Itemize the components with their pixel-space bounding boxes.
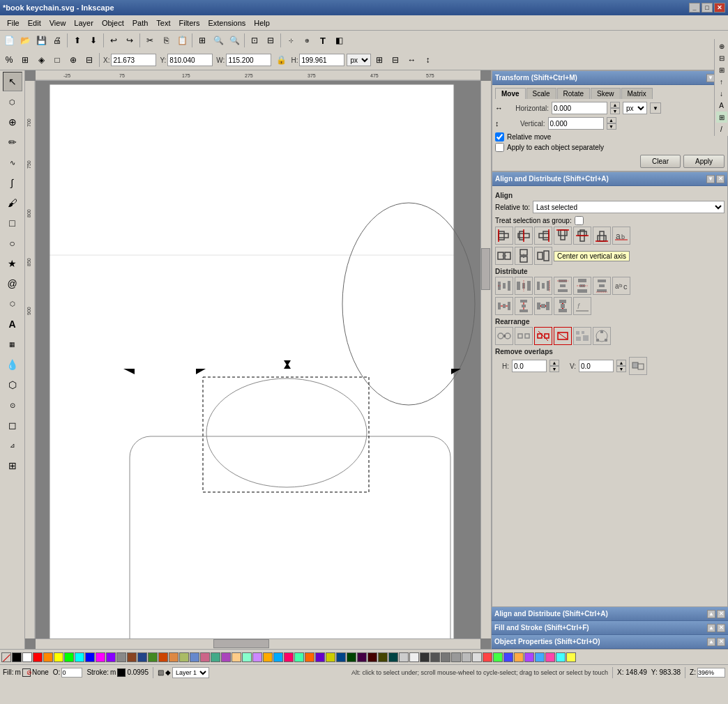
palette-black[interactable]: [12, 652, 22, 662]
obj-props-collapsed[interactable]: Object Properties (Shift+Ctrl+O) ▲ ✕: [492, 635, 728, 649]
lock-aspect[interactable]: 🔒: [273, 52, 289, 68]
menu-extensions[interactable]: Extensions: [204, 17, 250, 29]
palette-silver[interactable]: [409, 652, 419, 662]
horizontal-spin-up[interactable]: ▲: [610, 102, 620, 108]
collapsed-align-expand[interactable]: ▲: [707, 610, 715, 618]
rearrange-err2[interactable]: [554, 327, 572, 345]
rect-tool[interactable]: □: [3, 213, 22, 233]
palette-darkred[interactable]: [367, 652, 377, 662]
close-button[interactable]: ✕: [714, 3, 725, 13]
palette-medgray[interactable]: [441, 652, 450, 662]
treat-group-checkbox[interactable]: [575, 216, 584, 225]
paint-tool[interactable]: 🖌: [3, 193, 22, 213]
menu-layer[interactable]: Layer: [70, 17, 98, 29]
transform-x-btn[interactable]: ⊞: [372, 52, 387, 68]
snap-grid[interactable]: ⊞: [17, 52, 33, 68]
dist-left[interactable]: [495, 277, 513, 295]
y-input[interactable]: [167, 54, 213, 66]
vertical-scrollbar[interactable]: [480, 81, 491, 638]
align-collapse-btn[interactable]: ▼: [706, 175, 715, 183]
eraser-tool[interactable]: ◻: [3, 415, 22, 435]
rearrange-pack[interactable]: [573, 327, 591, 345]
horizontal-scrollbar[interactable]: [36, 638, 480, 649]
align-panel-header[interactable]: Align and Distribute (Shift+Ctrl+A) ▼ ✕: [492, 172, 727, 186]
palette-gray[interactable]: [116, 652, 126, 662]
transform-y-btn[interactable]: ⊟: [388, 52, 403, 68]
fill-tool[interactable]: ⬡: [3, 375, 22, 395]
palette-darkforest[interactable]: [347, 652, 356, 662]
edge-btn-4[interactable]: ↑: [716, 76, 727, 87]
connector-tool[interactable]: ⊿: [3, 436, 22, 455]
snap-guide[interactable]: ⊟: [82, 52, 97, 68]
horizontal-unit[interactable]: pxmmcm: [623, 102, 647, 114]
redo-button[interactable]: ↪: [122, 33, 137, 48]
palette-lightred[interactable]: [483, 652, 492, 662]
calligraphy-tool[interactable]: ∫: [3, 173, 22, 192]
palette-purple[interactable]: [221, 652, 231, 662]
palette-lavender[interactable]: [252, 652, 262, 662]
dist-center-v[interactable]: [573, 277, 591, 295]
text-tool[interactable]: A: [3, 314, 22, 334]
open-button[interactable]: 📂: [17, 33, 33, 48]
rearrange-unclump[interactable]: [515, 327, 533, 345]
canvas-area[interactable]: -25 75 175 275 375 475 575 700 750 800 8…: [25, 70, 491, 649]
clear-button[interactable]: Clear: [640, 155, 681, 168]
transform-rotate-btn[interactable]: ↕: [420, 52, 435, 68]
align-center-h[interactable]: [515, 227, 533, 245]
horizontal-input[interactable]: [552, 102, 607, 114]
scroll-thumb-v[interactable]: [481, 248, 490, 290]
palette-darkolive[interactable]: [378, 652, 388, 662]
eyedropper-tool[interactable]: 💧: [3, 355, 22, 374]
palette-red[interactable]: [33, 652, 43, 662]
apply-each-checkbox[interactable]: [495, 143, 504, 152]
zoom-in-button[interactable]: 🔍: [211, 33, 226, 48]
measure-tool[interactable]: ⊞: [3, 456, 22, 475]
palette-yellow[interactable]: [54, 652, 63, 662]
star-tool[interactable]: ★: [3, 254, 22, 273]
node-tool[interactable]: ⬡: [3, 92, 22, 112]
canvas-svg[interactable]: [36, 81, 480, 638]
v-overlap-input[interactable]: [579, 360, 614, 372]
zoom-tool[interactable]: ⊕: [3, 112, 22, 132]
palette-darkpurple[interactable]: [357, 652, 367, 662]
v-overlap-up[interactable]: ▲: [616, 360, 626, 366]
tab-move[interactable]: Move: [495, 88, 526, 99]
print-button[interactable]: 🖨: [50, 33, 65, 48]
collapsed-props-expand[interactable]: ▲: [707, 638, 715, 646]
palette-cyan[interactable]: [75, 652, 84, 662]
collapsed-align-close[interactable]: ✕: [717, 610, 725, 618]
h-overlap-down[interactable]: ▼: [549, 366, 559, 372]
palette-amber[interactable]: [263, 652, 273, 662]
palette-aqua[interactable]: [556, 652, 566, 662]
canvas-content[interactable]: [36, 81, 480, 638]
palette-darkgray[interactable]: [420, 652, 430, 662]
palette-hotpink[interactable]: [545, 652, 555, 662]
palette-brown[interactable]: [127, 652, 137, 662]
snap-center[interactable]: ⊕: [66, 52, 81, 68]
unit-selector[interactable]: pxmmcmin: [347, 54, 371, 66]
layer-select[interactable]: Layer 1: [172, 667, 209, 678]
h-input[interactable]: [299, 54, 344, 66]
palette-indigo[interactable]: [315, 652, 325, 662]
new-button[interactable]: 📄: [1, 33, 17, 48]
palette-spring[interactable]: [294, 652, 304, 662]
relative-move-checkbox[interactable]: [495, 132, 504, 141]
zoom-input[interactable]: [697, 668, 725, 678]
collapsed-props-close[interactable]: ✕: [717, 638, 725, 646]
palette-rose[interactable]: [284, 652, 294, 662]
zoom-fit-button[interactable]: ⊞: [195, 33, 210, 48]
palette-magenta[interactable]: [96, 652, 105, 662]
rearrange-err1[interactable]: [534, 327, 552, 345]
menu-edit[interactable]: Edit: [24, 17, 45, 29]
palette-lime[interactable]: [179, 652, 189, 662]
h-overlap-up[interactable]: ▲: [549, 360, 559, 366]
edge-btn-6[interactable]: A: [716, 100, 727, 111]
edge-btn-7[interactable]: ⊞: [716, 112, 727, 123]
align-left-edges[interactable]: [495, 227, 513, 245]
dist-text[interactable]: abc: [612, 277, 630, 295]
tab-skew[interactable]: Skew: [591, 88, 620, 99]
palette-sienna[interactable]: [158, 652, 168, 662]
dist-top[interactable]: [554, 277, 572, 295]
menu-help[interactable]: Help: [250, 17, 274, 29]
palette-teal[interactable]: [211, 652, 220, 662]
